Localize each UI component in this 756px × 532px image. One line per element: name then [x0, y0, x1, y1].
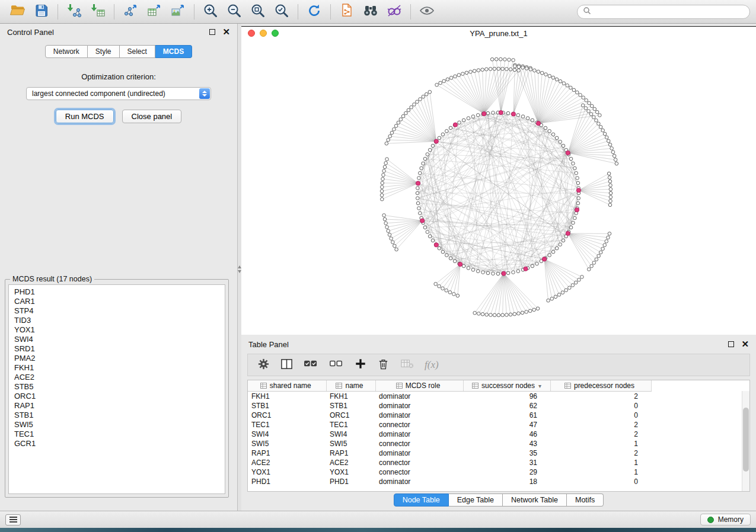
dominator-node[interactable]: [575, 208, 579, 212]
dominator-node[interactable]: [482, 111, 486, 116]
tab-mcds[interactable]: MCDS: [155, 45, 192, 58]
table-settings-button[interactable]: [257, 358, 270, 373]
graphics-details-button[interactable]: [382, 2, 406, 21]
mcds-result-item[interactable]: STB5: [14, 382, 219, 392]
dominator-node[interactable]: [576, 188, 580, 193]
export-network-button[interactable]: [119, 2, 142, 21]
tab-style[interactable]: Style: [88, 45, 120, 58]
table-row[interactable]: RAP1RAP1dominator352: [248, 448, 749, 458]
dominator-node[interactable]: [416, 181, 420, 185]
mcds-result-item[interactable]: STB1: [14, 411, 219, 420]
mcds-result-item[interactable]: YOX1: [14, 325, 219, 335]
show-hide-button[interactable]: [415, 2, 439, 21]
deselect-all-button[interactable]: [329, 358, 344, 373]
import-network-button[interactable]: [62, 2, 86, 21]
zoom-in-button[interactable]: [199, 2, 222, 21]
window-close-icon[interactable]: [248, 30, 255, 37]
table-row[interactable]: ACE2ACE2connector311: [248, 458, 749, 467]
float-table-panel-icon[interactable]: [728, 341, 734, 347]
zoom-selected-button[interactable]: [270, 2, 294, 21]
tab-motifs[interactable]: Motifs: [567, 493, 604, 507]
mcds-result-list[interactable]: PHD1CAR1STP4TID3YOX1SWI4SRD1PMA2FKH1ACE2…: [8, 284, 225, 494]
dominator-node[interactable]: [511, 112, 515, 116]
tab-network-table[interactable]: Network Table: [503, 493, 567, 507]
column-header[interactable]: MCDS role: [375, 380, 463, 391]
export-table-button[interactable]: [142, 2, 166, 21]
dominator-node[interactable]: [453, 123, 457, 127]
dominator-node[interactable]: [542, 257, 546, 261]
search-input[interactable]: [595, 8, 744, 16]
function-builder-button[interactable]: f(x): [425, 359, 439, 371]
close-panel-icon[interactable]: ✕: [222, 29, 230, 35]
float-panel-icon[interactable]: [209, 29, 215, 35]
window-maximize-icon[interactable]: [272, 30, 279, 37]
tab-network[interactable]: Network: [45, 45, 88, 58]
dominator-node[interactable]: [536, 121, 540, 126]
dominator-node[interactable]: [434, 243, 438, 247]
mcds-result-item[interactable]: RAP1: [14, 401, 219, 411]
dominator-node[interactable]: [566, 231, 570, 235]
search-field[interactable]: [577, 5, 750, 19]
mcds-result-item[interactable]: TEC1: [14, 430, 219, 439]
network-canvas[interactable]: [241, 40, 755, 335]
control-panel-tabs: NetworkStyleSelectMCDS: [0, 45, 237, 58]
table-row[interactable]: FKH1FKH1dominator962: [248, 391, 749, 401]
table-row[interactable]: ORC1ORC1dominator610: [248, 411, 749, 420]
mcds-result-item[interactable]: FKH1: [14, 363, 219, 373]
clone-network-button[interactable]: [335, 2, 359, 21]
mcds-result-item[interactable]: SRD1: [14, 344, 219, 354]
table-scrollbar[interactable]: [742, 391, 749, 491]
dominator-node[interactable]: [499, 110, 503, 114]
refresh-layout-button[interactable]: [302, 2, 326, 21]
mcds-result-item[interactable]: ORC1: [14, 392, 219, 401]
table-row[interactable]: PHD1PHD1dominator180: [248, 477, 749, 486]
zoom-out-button[interactable]: [222, 2, 246, 21]
mcds-result-item[interactable]: TID3: [14, 316, 219, 325]
export-image-button[interactable]: [166, 2, 190, 21]
add-column-button[interactable]: [355, 358, 366, 372]
run-mcds-button[interactable]: Run MCDS: [56, 110, 114, 123]
column-header[interactable]: name: [326, 380, 375, 391]
status-menu-button[interactable]: [5, 514, 21, 525]
column-header[interactable]: predecessor nodes: [550, 380, 651, 391]
delete-column-button[interactable]: [377, 358, 390, 373]
mcds-result-item[interactable]: PMA2: [14, 354, 219, 363]
delete-table-button[interactable]: [400, 358, 414, 373]
mcds-result-item[interactable]: SWI4: [14, 335, 219, 344]
show-columns-button[interactable]: [280, 358, 293, 373]
dominator-node[interactable]: [434, 139, 438, 143]
table-row[interactable]: SWI4SWI4dominator462: [248, 430, 749, 439]
window-minimize-icon[interactable]: [260, 30, 267, 37]
table-row[interactable]: STB1STB1dominator620: [248, 401, 749, 411]
column-header[interactable]: successor nodes▾: [463, 380, 550, 391]
table-row[interactable]: YOX1YOX1connector291: [248, 467, 749, 477]
dominator-node[interactable]: [420, 219, 425, 223]
tab-select[interactable]: Select: [120, 45, 155, 58]
mcds-result-item[interactable]: CAR1: [14, 297, 219, 306]
table-scrollbar-thumb[interactable]: [743, 408, 749, 472]
mcds-result-item[interactable]: PHD1: [14, 287, 219, 297]
dominator-node[interactable]: [524, 267, 528, 271]
dominator-node[interactable]: [566, 150, 570, 155]
tab-edge-table[interactable]: Edge Table: [449, 493, 503, 507]
tab-node-table[interactable]: Node Table: [394, 493, 449, 507]
mcds-result-item[interactable]: ACE2: [14, 373, 219, 382]
mcds-result-item[interactable]: GCR1: [14, 439, 219, 448]
table-row[interactable]: TEC1TEC1connector472: [248, 420, 749, 430]
criterion-dropdown[interactable]: largest connected component (undirected): [26, 87, 211, 100]
close-table-panel-icon[interactable]: ✕: [741, 341, 749, 347]
find-network-button[interactable]: [359, 2, 382, 21]
close-panel-button[interactable]: Close panel: [122, 110, 182, 123]
mcds-result-item[interactable]: STP4: [14, 306, 219, 316]
dominator-node[interactable]: [458, 262, 462, 266]
select-all-button[interactable]: [304, 358, 318, 373]
column-header[interactable]: shared name: [248, 380, 326, 391]
save-session-button[interactable]: [30, 2, 53, 21]
import-table-button[interactable]: [86, 2, 110, 21]
dominator-node[interactable]: [502, 271, 506, 275]
memory-button[interactable]: Memory: [700, 514, 751, 525]
mcds-result-item[interactable]: SWI5: [14, 420, 219, 430]
zoom-fit-button[interactable]: [246, 2, 270, 21]
open-file-button[interactable]: [6, 2, 30, 21]
table-row[interactable]: SWI5SWI5connector431: [248, 439, 749, 448]
